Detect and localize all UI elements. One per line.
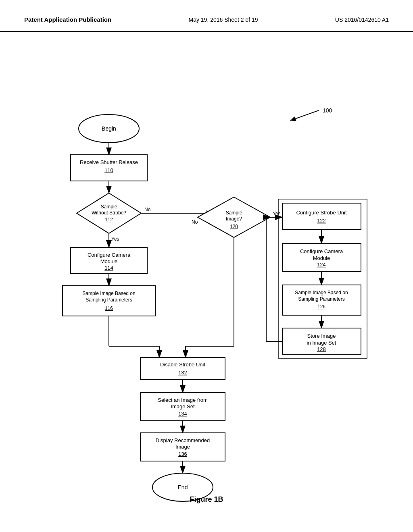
sample-116-label: Sample Image Based on — [82, 291, 135, 296]
sample-without-strobe-ref: 112 — [105, 217, 113, 222]
header-patent-number: US 2016/0142610 A1 — [335, 17, 389, 23]
configure-camera-114-ref: 114 — [104, 265, 113, 271]
begin-node: Begin — [102, 125, 116, 132]
header-date-sheet: May 19, 2016 Sheet 2 of 19 — [188, 17, 258, 23]
figure-label: Figure 1B — [0, 495, 413, 504]
display-136-ref: 136 — [178, 451, 187, 457]
yes2-label: Yes — [273, 211, 281, 216]
disable-strobe-ref: 132 — [178, 370, 187, 376]
sample-126-ref: 126 — [317, 304, 325, 310]
sample-126-label: Sample Image Based on — [295, 290, 348, 295]
store-128-ref: 128 — [317, 346, 326, 352]
sample-126-label2: Sampling Parameters — [298, 296, 344, 302]
select-image-134-ref: 134 — [178, 411, 187, 417]
receive-shutter-label: Receive Shutter Release — [80, 159, 138, 165]
ref-100: 100 — [323, 107, 332, 114]
page-header: Patent Application Publication May 19, 2… — [0, 0, 413, 32]
store-128-label2: in Image Set — [307, 340, 336, 346]
configure-strobe-122-label: Configure Strobe Unit — [296, 210, 346, 216]
header-publication-type: Patent Application Publication — [24, 16, 111, 23]
display-136-label: Display Recommended — [156, 437, 210, 443]
receive-shutter-ref: 110 — [104, 167, 113, 173]
configure-camera-124-label2: Module — [313, 255, 330, 261]
select-image-134-label: Select an Image from — [158, 397, 208, 403]
svg-rect-30 — [140, 357, 225, 380]
svg-rect-17 — [282, 203, 361, 229]
yes1-label: Yes — [111, 236, 119, 242]
sample-116-label2: Sampling Parameters — [86, 297, 132, 303]
flowchart-svg: 100 Begin Receive Shutter Release 110 Sa… — [0, 32, 413, 515]
sample-without-strobe-label: Sample — [101, 204, 117, 210]
select-image-134-label2: Image Set — [171, 403, 195, 409]
sample-image-120-label: Sample — [226, 210, 242, 216]
sample-image-120-label2: Image? — [226, 216, 242, 222]
end-node: End — [178, 484, 188, 490]
configure-camera-114-label2: Module — [100, 258, 118, 264]
sample-116-ref: 116 — [105, 305, 113, 311]
configure-camera-114-label: Configure Camera — [88, 252, 131, 258]
configure-camera-124-ref: 124 — [317, 262, 326, 268]
no1-label: No — [144, 207, 151, 212]
sample-image-120-ref: 120 — [230, 224, 238, 229]
no2-label: No — [192, 219, 198, 225]
store-128-label: Store Image — [307, 333, 336, 339]
flowchart-diagram: 100 Begin Receive Shutter Release 110 Sa… — [0, 32, 413, 515]
sample-without-strobe-label2: Without Strobe? — [92, 210, 126, 216]
configure-camera-124-label: Configure Camera — [300, 248, 343, 254]
disable-strobe-label: Disable Strobe Unit — [160, 362, 205, 368]
display-136-label2: Image — [175, 444, 190, 450]
configure-strobe-122-ref: 122 — [317, 218, 326, 224]
